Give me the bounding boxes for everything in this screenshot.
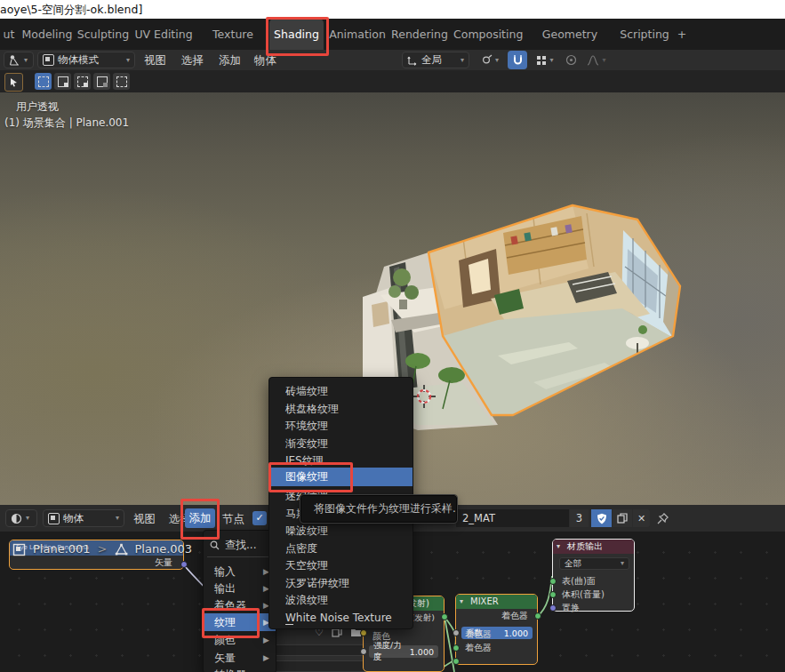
shader-menu-add[interactable]: 添加	[185, 508, 215, 528]
mix-shader-node[interactable]: ▾MIXER 着色器 系数 1.000 着色器 着色器	[455, 594, 538, 665]
menu-environment-texture[interactable]: 环境纹理	[269, 417, 413, 435]
tab-rendering[interactable]: Rendering	[391, 19, 448, 50]
pin-icon	[656, 512, 669, 525]
tool-settings-bar	[0, 70, 785, 92]
tab-geometry-nodes[interactable]: Geometry Nodes	[526, 19, 613, 50]
displacement-input-socket[interactable]	[549, 604, 557, 612]
mode-dropdown-label: 物体模式	[58, 53, 99, 67]
volume-input-label: 体积(音量)	[562, 589, 605, 599]
menu-wave-texture[interactable]: 波浪纹理	[269, 591, 413, 609]
shader-menu-node[interactable]: 节点	[222, 508, 244, 529]
tab-layout[interactable]: ut	[0, 19, 18, 50]
shader-mode-label: 物体	[63, 512, 84, 525]
output-node-title: 材质输出	[567, 541, 603, 551]
output-target-dropdown[interactable]: 全部▾	[559, 557, 629, 570]
mode-dropdown[interactable]: 物体模式 ▾	[37, 52, 135, 68]
tab-sculpting[interactable]: Sculpting	[76, 19, 130, 50]
material-output-node[interactable]: ▾材质输出 全部▾ 表(曲)面 体积(音量) 置换	[552, 539, 635, 612]
active-tool-button[interactable]	[4, 73, 23, 92]
add-workspace-button[interactable]: +	[674, 19, 690, 50]
breadcrumb-object: Plane.001	[33, 540, 91, 558]
surface-input-socket[interactable]	[549, 578, 557, 585]
filename-text: aoye\5-空间分割-ok.blend]	[0, 3, 142, 16]
proportional-circle-icon	[565, 54, 577, 66]
add-menu-converter[interactable]: 转换器▶	[204, 666, 276, 672]
menu-object[interactable]: 物体	[254, 50, 276, 70]
copy-material-button[interactable]	[613, 509, 632, 527]
material-users-count[interactable]: 3	[570, 509, 589, 527]
emission-color-socket[interactable]	[360, 629, 367, 636]
add-menu-input[interactable]: 输入▶	[204, 563, 276, 580]
snap-target-dropdown[interactable]: ▾	[474, 52, 506, 68]
orientation-label: 全局	[421, 53, 442, 67]
shader-editor-type-button[interactable]: ▾	[5, 509, 37, 527]
workspace-tab-bar: ut Modeling Sculpting UV Editing Texture…	[0, 19, 785, 50]
menu-ies-texture[interactable]: IES纹理	[269, 452, 413, 469]
select-subtract-tool[interactable]	[74, 73, 91, 90]
menu-noise-texture[interactable]: 噪波纹理	[269, 522, 413, 540]
material-name-field[interactable]: 2_MAT	[456, 509, 569, 527]
mixer-output-socket[interactable]	[534, 612, 541, 620]
breadcrumb: Plane.001 > Plane.003	[12, 540, 192, 558]
shader-menu-view[interactable]: 视图	[133, 508, 156, 529]
breadcrumb-data: Plane.003	[135, 540, 193, 558]
use-nodes-checkbox[interactable]: ✓	[252, 511, 267, 525]
mixer-input1-label: 着色器	[465, 629, 492, 639]
select-extend-tool[interactable]	[54, 73, 71, 90]
emission-output-socket[interactable]	[441, 613, 448, 620]
add-menu-texture[interactable]: 纹理▶	[204, 613, 276, 631]
pin-button[interactable]	[656, 512, 669, 525]
menu-checker-texture[interactable]: 棋盘格纹理	[269, 400, 413, 418]
volume-input-socket[interactable]	[549, 591, 557, 598]
menu-white-noise-texture[interactable]: White Noise Texture	[269, 609, 413, 627]
menu-voronoi-texture[interactable]: 沃罗诺伊纹理	[269, 574, 413, 592]
mixer-input2-socket[interactable]	[453, 658, 460, 665]
menu-point-density[interactable]: 点密度	[269, 540, 413, 557]
select-intersect-tool[interactable]	[113, 73, 130, 90]
menu-image-texture[interactable]: 图像纹理	[269, 468, 413, 486]
menu-brick-texture[interactable]: 砖墙纹理	[269, 382, 413, 400]
tab-scripting[interactable]: Scripting	[619, 19, 670, 50]
tooltip-text: 将图像文件作为纹理进行采样.	[314, 502, 456, 515]
menu-view[interactable]: 视图	[144, 50, 166, 70]
tab-animation[interactable]: Animation	[329, 19, 386, 50]
tab-compositing[interactable]: Compositing	[453, 19, 521, 50]
add-menu-color[interactable]: 颜色▶	[204, 631, 276, 649]
menu-search-item[interactable]: 查找...	[204, 536, 276, 554]
proportional-falloff-dropdown[interactable]: ▾	[581, 52, 612, 68]
proportional-editing-toggle[interactable]	[562, 52, 580, 68]
add-menu-output[interactable]: 输出▶	[204, 580, 276, 597]
window-title: aoye\5-空间分割-ok.blend]	[0, 0, 785, 19]
transform-orientation-dropdown[interactable]: 全局 ▾	[402, 52, 469, 68]
emission-strength-socket[interactable]	[360, 648, 367, 655]
shader-editor-icon	[11, 513, 22, 524]
snap-elements-dropdown[interactable]: ▾	[530, 52, 560, 68]
fake-user-toggle[interactable]	[591, 509, 612, 527]
menu-musgrave-texture[interactable]: 马斯格雷夫纹理	[269, 505, 303, 523]
tab-shading[interactable]: Shading	[269, 19, 324, 50]
select-difference-tool[interactable]	[93, 73, 110, 90]
add-menu-shader[interactable]: 着色器▶	[204, 596, 276, 614]
shield-icon	[597, 513, 607, 524]
tab-texture-paint[interactable]: Texture Paint	[197, 19, 268, 50]
search-icon	[210, 540, 220, 550]
emission-strength-field[interactable]: 强度/力度 1.000	[369, 645, 438, 658]
viewport-header: ▾ 物体模式 ▾ 视图 选择 添加 物体 全局 ▾ ▾ ▾	[0, 50, 785, 71]
menu-sky-texture[interactable]: 天空纹理	[269, 556, 413, 574]
menu-select[interactable]: 选择	[181, 50, 204, 70]
unlink-material-button[interactable]: ✕	[633, 509, 650, 527]
select-box-tool[interactable]	[35, 73, 52, 90]
add-node-menu: 查找... 输入▶ 输出▶ 着色器▶ 纹理▶ 颜色▶ 矢量▶ 转换器▶	[203, 530, 276, 672]
shader-mode-dropdown[interactable]: 物体 ▾	[43, 509, 124, 527]
snap-toggle-button[interactable]	[508, 51, 527, 69]
mapping-output-socket[interactable]	[180, 561, 188, 568]
add-menu-vector[interactable]: 矢量▶	[204, 649, 276, 667]
mixer-node-title: MIXER	[470, 596, 499, 606]
falloff-curve-icon	[587, 55, 599, 66]
orientation-icon	[407, 55, 418, 66]
tab-uv-editing[interactable]: UV Editing	[133, 19, 194, 50]
tab-modeling[interactable]: Modeling	[21, 19, 73, 50]
menu-gradient-texture[interactable]: 渐变纹理	[269, 435, 413, 452]
editor-type-button[interactable]: ▾	[4, 52, 34, 68]
menu-add[interactable]: 添加	[219, 50, 241, 70]
